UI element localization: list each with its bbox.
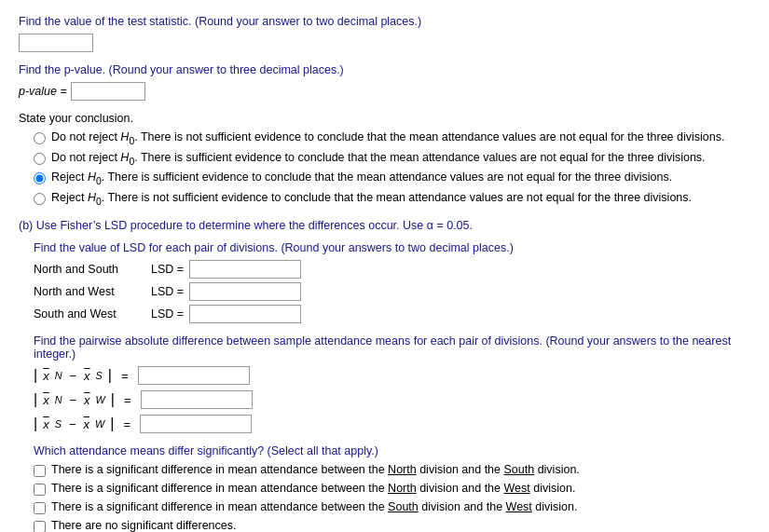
lsd-eq-label-3: LSD = (151, 307, 184, 321)
which-option-0: There is a significant difference in mea… (51, 463, 580, 476)
conclusion-option-1: Do not reject H0. There is sufficient ev… (51, 151, 706, 167)
abs-eq-2: = (124, 393, 131, 407)
abs-sub-W-3: W (95, 418, 104, 430)
lsd-label-north-south: North and South (34, 263, 145, 276)
abs-sub-N-2: N (55, 394, 62, 405)
conclusion-option-0: Do not reject H0. There is not sufficien… (51, 130, 724, 146)
test-statistic-input[interactable] (19, 34, 93, 52)
which-option-2: There is a significant difference in mea… (51, 500, 577, 513)
abs-input-nw[interactable] (141, 390, 253, 409)
abs-xS-1: x (84, 369, 90, 383)
abs-xN-1: x (43, 369, 49, 383)
abs-bars-close-1: | (108, 367, 112, 384)
abs-xW-3: x (83, 417, 89, 431)
abs-sub-S-3: S (55, 418, 62, 430)
which-checkbox-2[interactable] (34, 502, 46, 514)
p-value-label: p-value = (19, 85, 67, 98)
lsd-eq-label-1: LSD = (151, 263, 184, 276)
abs-sub-S-1: S (96, 370, 103, 381)
abs-eq-1: = (121, 369, 129, 383)
abs-bars-open-2: | (34, 391, 37, 408)
lsd-eq-label-2: LSD = (151, 285, 184, 298)
lsd-input-south-west[interactable] (189, 305, 301, 323)
conclusion-option-3: Reject H0. There is not sufficient evide… (51, 191, 692, 207)
abs-minus-1: − (69, 369, 76, 383)
conclusion-radio-3[interactable] (34, 193, 46, 205)
which-option-1: There is a significant difference in mea… (51, 482, 575, 495)
which-checkbox-3[interactable] (34, 521, 46, 532)
abs-xN-2: x (43, 393, 49, 407)
p-value-prompt: Find the p-value. (Round your answer to … (19, 63, 750, 76)
abs-input-sw[interactable] (140, 415, 252, 433)
conclusion-radio-2[interactable] (34, 172, 46, 184)
abs-bars-open-3: | (34, 416, 37, 432)
lsd-input-north-south[interactable] (189, 260, 301, 279)
abs-xS-3: x (43, 417, 49, 431)
conclusion-radio-1[interactable] (34, 153, 46, 165)
abs-bars-close-3: | (110, 416, 114, 432)
lsd-label-north-west: North and West (34, 285, 145, 298)
conclusion-radio-0[interactable] (34, 132, 46, 144)
which-prompt: Which attendance means differ significan… (34, 444, 750, 457)
test-statistic-prompt: Find the value of the test statistic. (R… (19, 15, 750, 28)
abs-xW-2: x (84, 393, 90, 407)
abs-bars-close-2: | (111, 391, 115, 408)
lsd-label-south-west: South and West (34, 307, 145, 321)
abs-input-ns[interactable] (138, 366, 250, 385)
p-value-input[interactable] (71, 82, 145, 101)
lsd-prompt: Find the value of LSD for each pair of d… (34, 241, 750, 254)
abs-eq-3: = (123, 417, 130, 431)
abs-sub-W-2: W (96, 394, 105, 405)
conclusion-prompt: State your conclusion. (19, 112, 750, 125)
abs-sub-N-1: N (55, 370, 62, 381)
abs-minus-2: − (69, 393, 76, 407)
which-checkbox-1[interactable] (34, 484, 46, 496)
conclusion-option-2: Reject H0. There is sufficient evidence … (51, 171, 672, 186)
which-option-3: There are no significant differences. (51, 519, 237, 532)
which-checkbox-0[interactable] (34, 465, 46, 477)
part-b-header: (b) Use Fisher’s LSD procedure to determ… (19, 219, 750, 232)
abs-bars-open-1: | (34, 367, 37, 384)
abs-diff-prompt: Find the pairwise absolute difference be… (34, 334, 750, 361)
lsd-input-north-west[interactable] (189, 282, 301, 301)
abs-minus-3: − (69, 417, 76, 431)
